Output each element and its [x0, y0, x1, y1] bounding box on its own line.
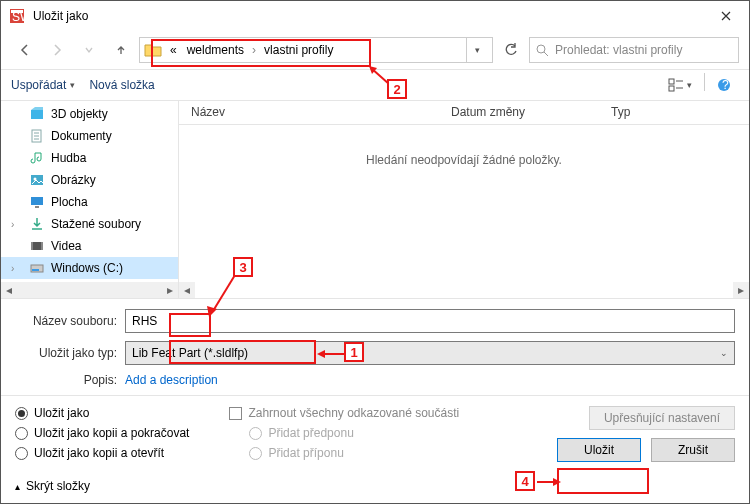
expand-icon[interactable]: ›	[11, 219, 14, 230]
annotation-number-2: 2	[387, 79, 407, 99]
breadcrumb[interactable]: « weldments › vlastni profily ▾	[139, 37, 493, 63]
tree-item-music[interactable]: Hudba	[1, 147, 178, 169]
radio-save-copy-continue[interactable]: Uložit jako kopii a pokračovat	[15, 426, 189, 440]
svg-point-3	[537, 45, 545, 53]
expand-icon[interactable]: ›	[11, 263, 14, 274]
save-button[interactable]: Uložit	[557, 438, 641, 462]
main-area: 3D objekty Dokumenty Hudba Obrázky Ploch…	[1, 101, 749, 299]
tree-item-videos[interactable]: Videa	[1, 235, 178, 257]
filetype-value: Lib Feat Part (*.sldlfp)	[132, 346, 248, 360]
filetype-label: Uložit jako typ:	[15, 346, 125, 360]
col-type[interactable]: Typ	[599, 101, 749, 124]
forward-button[interactable]	[43, 36, 71, 64]
radio-icon	[249, 447, 262, 460]
radio-add-suffix: Přidat příponu	[249, 446, 459, 460]
titlebar: SW Uložit jako	[1, 1, 749, 31]
annotation-number-4: 4	[515, 471, 535, 491]
filename-label: Název souboru:	[15, 314, 125, 328]
organize-menu[interactable]: Uspořádat ▾	[11, 78, 75, 92]
file-fields: Název souboru: Uložit jako typ: Lib Feat…	[1, 299, 749, 391]
app-icon: SW	[9, 8, 25, 24]
up-button[interactable]	[107, 36, 135, 64]
caret-up-icon[interactable]: ▴	[15, 481, 20, 492]
svg-rect-4	[669, 79, 674, 84]
svg-text:SW: SW	[12, 10, 25, 24]
folder-tree[interactable]: 3D objekty Dokumenty Hudba Obrázky Ploch…	[1, 101, 179, 298]
chevron-down-icon: ▾	[70, 80, 75, 90]
description-link[interactable]: Add a description	[125, 373, 218, 387]
radio-add-prefix: Přidat předponu	[249, 426, 459, 440]
refresh-button[interactable]	[497, 37, 525, 63]
svg-rect-8	[31, 110, 43, 119]
tree-item-documents[interactable]: Dokumenty	[1, 125, 178, 147]
file-list[interactable]: Název Datum změny Typ Hledání neodpovída…	[179, 101, 749, 298]
tree-item-windows-c[interactable]: ›Windows (C:)	[1, 257, 178, 279]
col-date[interactable]: Datum změny	[439, 101, 599, 124]
radio-icon	[249, 427, 262, 440]
window-title: Uložit jako	[33, 9, 703, 23]
include-refs-group: Zahrnout všechny odkazované součásti Při…	[229, 404, 459, 462]
scroll-right-icon[interactable]: ▸	[733, 282, 749, 298]
svg-rect-12	[31, 197, 43, 205]
filename-input[interactable]	[125, 309, 735, 333]
empty-message: Hledání neodpovídají žádné položky.	[179, 153, 749, 167]
scroll-left-icon[interactable]: ◂	[1, 282, 17, 298]
organize-label: Uspořádat	[11, 78, 66, 92]
crumb-weldments[interactable]: weldments	[183, 38, 248, 62]
save-mode-radios: Uložit jako Uložit jako kopii a pokračov…	[15, 404, 189, 462]
recent-dropdown[interactable]	[75, 36, 103, 64]
col-name[interactable]: Název	[179, 101, 439, 124]
search-icon	[536, 44, 549, 57]
breadcrumb-dropdown[interactable]: ▾	[466, 38, 488, 62]
description-label: Popis:	[15, 373, 125, 387]
new-folder-button[interactable]: Nová složka	[89, 78, 154, 92]
tree-item-pictures[interactable]: Obrázky	[1, 169, 178, 191]
help-button[interactable]: ?	[709, 73, 739, 97]
filetype-select[interactable]: Lib Feat Part (*.sldlfp) ⌄	[125, 341, 735, 365]
hide-folders-link[interactable]: Skrýt složky	[26, 479, 90, 493]
toolbar: Uspořádat ▾ Nová složka ▾ ?	[1, 69, 749, 101]
radio-icon	[15, 407, 28, 420]
check-include-refs[interactable]: Zahrnout všechny odkazované součásti	[229, 406, 459, 420]
crumb-vlastni-profily[interactable]: vlastni profily	[260, 38, 337, 62]
footer: ▴ Skrýt složky	[1, 469, 749, 503]
radio-save-copy-open[interactable]: Uložit jako kopii a otevřít	[15, 446, 189, 460]
svg-rect-5	[669, 86, 674, 91]
new-folder-label: Nová složka	[89, 78, 154, 92]
radio-save-as[interactable]: Uložit jako	[15, 406, 189, 420]
svg-rect-18	[32, 269, 39, 271]
cancel-button[interactable]: Zrušit	[651, 438, 735, 462]
options-row: Uložit jako Uložit jako kopii a pokračov…	[1, 395, 749, 462]
scroll-left-icon[interactable]: ◂	[179, 282, 195, 298]
view-options-button[interactable]: ▾	[660, 73, 700, 97]
folder-icon	[144, 42, 162, 58]
chevron-down-icon: ⌄	[720, 348, 728, 358]
tree-scrollbar[interactable]: ◂ ▸	[1, 282, 178, 298]
chevron-right-icon: ›	[250, 43, 258, 57]
tree-item-downloads[interactable]: ›Stažené soubory	[1, 213, 178, 235]
search-input[interactable]: Prohledat: vlastni profily	[529, 37, 739, 63]
radio-icon	[15, 447, 28, 460]
svg-rect-13	[35, 206, 39, 208]
tree-item-3d-objects[interactable]: 3D objekty	[1, 103, 178, 125]
advanced-button[interactable]: Upřesňující nastavení	[589, 406, 735, 430]
svg-text:?: ?	[722, 78, 729, 92]
radio-icon	[15, 427, 28, 440]
navbar: « weldments › vlastni profily ▾ Prohleda…	[1, 31, 749, 69]
search-placeholder: Prohledat: vlastni profily	[555, 43, 682, 57]
list-header: Název Datum změny Typ	[179, 101, 749, 125]
list-scrollbar[interactable]: ◂ ▸	[179, 282, 749, 298]
svg-rect-16	[41, 242, 43, 250]
crumb-prefix[interactable]: «	[166, 38, 181, 62]
checkbox-icon	[229, 407, 242, 420]
back-button[interactable]	[11, 36, 39, 64]
annotation-number-1: 1	[344, 342, 364, 362]
tree-item-desktop[interactable]: Plocha	[1, 191, 178, 213]
scroll-right-icon[interactable]: ▸	[162, 282, 178, 298]
close-button[interactable]	[703, 1, 749, 31]
annotation-number-3: 3	[233, 257, 253, 277]
svg-rect-15	[31, 242, 33, 250]
save-as-dialog: SW Uložit jako « weldments › vlastni pro…	[0, 0, 750, 504]
